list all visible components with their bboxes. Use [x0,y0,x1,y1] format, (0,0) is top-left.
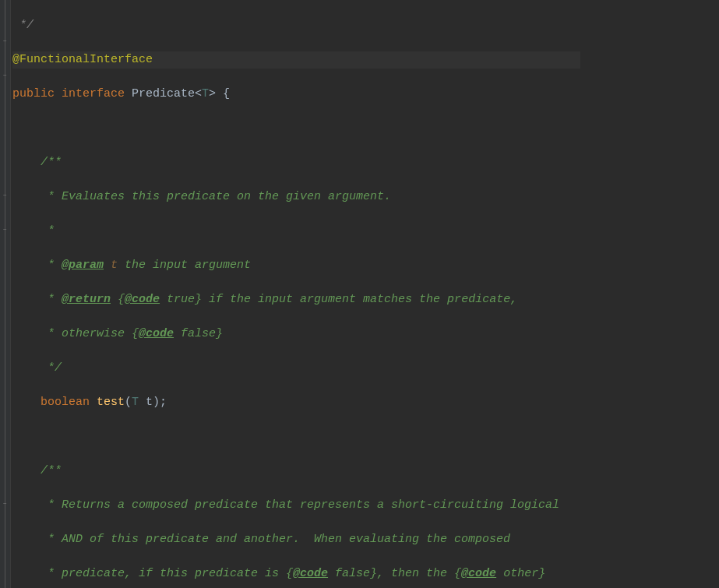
javadoc-tag-param: @param [62,259,104,272]
code-editor[interactable]: − − − − − */ @FunctionalInterface public… [0,0,719,588]
javadoc-line: * predicate, if this predicate is { [12,567,293,580]
javadoc-line: * Returns a composed predicate that repr… [12,498,559,512]
javadoc-line: * AND of this predicate and another. Whe… [12,533,510,546]
keyword-public: public [12,87,55,100]
fold-toggle-icon[interactable]: − [2,72,9,79]
type-param: T [132,396,139,409]
keyword-interface: interface [62,87,125,100]
javadoc-tag-return: @return [62,293,111,306]
fold-toggle-icon[interactable]: − [2,37,9,44]
comment-text: */ [12,19,33,32]
javadoc-text: { [111,293,125,306]
javadoc-param-name: t [111,259,118,272]
fold-toggle-icon[interactable]: − [2,226,9,233]
javadoc-tag-code: @code [461,567,496,580]
javadoc-tag-code: @code [125,293,160,306]
javadoc-text: other} [496,567,545,580]
javadoc-tag-code: @code [139,327,174,340]
type-param: T [202,87,209,100]
javadoc-line: * [12,259,62,272]
javadoc-line: * otherwise { [12,327,139,340]
javadoc-text: false} [174,327,223,340]
javadoc-text: the input argument [118,259,251,272]
javadoc-open: /** [12,464,62,477]
fold-toggle-icon[interactable]: − [2,192,9,199]
javadoc-tag-code: @code [293,567,328,580]
fold-toggle-icon[interactable]: − [2,500,9,507]
type-name: Predicate [132,87,195,100]
javadoc-line: * [12,224,55,238]
javadoc-line: * [12,293,62,306]
javadoc-open: /** [12,156,62,169]
annotation: @FunctionalInterface [12,53,153,66]
method-name: test [97,396,125,409]
keyword-boolean: boolean [41,396,90,409]
javadoc-close: */ [12,361,62,375]
javadoc-line: * Evaluates this predicate on the given … [12,190,391,203]
code-area[interactable]: */ @FunctionalInterface public interface… [11,0,580,588]
gutter: − − − − − [0,0,11,588]
javadoc-text: true} if the input argument matches the … [160,293,517,306]
javadoc-text: false}, then the { [328,567,461,580]
